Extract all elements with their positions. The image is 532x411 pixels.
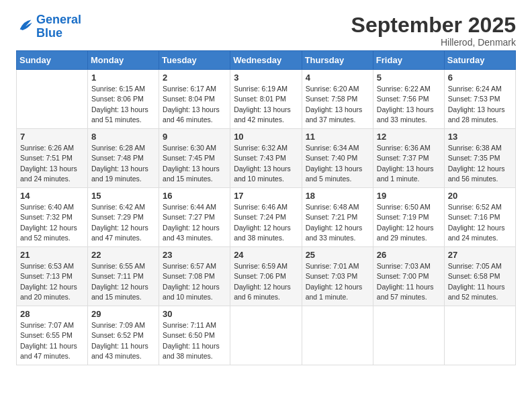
calendar-week-row: 14Sunrise: 6:40 AMSunset: 7:32 PMDayligh… — [17, 188, 516, 247]
calendar-cell: 9Sunrise: 6:30 AMSunset: 7:45 PMDaylight… — [159, 129, 230, 188]
calendar-table: SundayMondayTuesdayWednesdayThursdayFrid… — [16, 50, 516, 365]
day-number: 3 — [234, 73, 298, 83]
day-number: 1 — [91, 73, 155, 83]
day-number: 16 — [163, 191, 226, 201]
calendar-week-row: 7Sunrise: 6:26 AMSunset: 7:51 PMDaylight… — [17, 129, 516, 188]
calendar-cell: 12Sunrise: 6:36 AMSunset: 7:37 PMDayligh… — [373, 129, 444, 188]
day-number: 30 — [163, 309, 226, 319]
day-number: 12 — [377, 132, 441, 142]
logo-general: General — [36, 13, 81, 26]
calendar-cell: 6Sunrise: 6:24 AMSunset: 7:53 PMDaylight… — [444, 70, 515, 129]
day-number: 8 — [91, 132, 155, 142]
header-sunday: Sunday — [17, 51, 88, 70]
location: Hillerod, Denmark — [351, 37, 516, 48]
day-info: Sunrise: 6:40 AMSunset: 7:32 PMDaylight:… — [20, 202, 84, 243]
day-number: 20 — [448, 191, 512, 201]
day-number: 4 — [306, 73, 369, 83]
day-number: 9 — [163, 132, 226, 142]
day-info: Sunrise: 6:55 AMSunset: 7:11 PMDaylight:… — [91, 261, 155, 302]
calendar-cell — [373, 306, 444, 365]
day-number: 17 — [234, 191, 298, 201]
calendar-week-row: 21Sunrise: 6:53 AMSunset: 7:13 PMDayligh… — [17, 247, 516, 306]
day-info: Sunrise: 6:28 AMSunset: 7:48 PMDaylight:… — [91, 143, 155, 184]
logo-icon — [16, 16, 35, 35]
day-info: Sunrise: 7:07 AMSunset: 6:55 PMDaylight:… — [20, 320, 84, 361]
calendar-cell: 24Sunrise: 6:59 AMSunset: 7:06 PMDayligh… — [230, 247, 302, 306]
header-thursday: Thursday — [302, 51, 373, 70]
calendar-cell — [17, 70, 88, 129]
calendar-cell: 21Sunrise: 6:53 AMSunset: 7:13 PMDayligh… — [17, 247, 88, 306]
day-number: 23 — [163, 250, 226, 260]
calendar-cell: 20Sunrise: 6:52 AMSunset: 7:16 PMDayligh… — [444, 188, 515, 247]
calendar-cell: 5Sunrise: 6:22 AMSunset: 7:56 PMDaylight… — [373, 70, 444, 129]
day-number: 7 — [20, 132, 84, 142]
calendar-cell — [444, 306, 515, 365]
page-header: General Blue September 2025 Hillerod, De… — [16, 13, 516, 48]
day-info: Sunrise: 7:01 AMSunset: 7:03 PMDaylight:… — [306, 261, 369, 302]
header-friday: Friday — [373, 51, 444, 70]
day-number: 14 — [20, 191, 84, 201]
day-number: 19 — [377, 191, 441, 201]
month-title: September 2025 — [351, 13, 516, 37]
day-number: 25 — [306, 250, 369, 260]
calendar-cell: 8Sunrise: 6:28 AMSunset: 7:48 PMDaylight… — [88, 129, 159, 188]
calendar-cell: 22Sunrise: 6:55 AMSunset: 7:11 PMDayligh… — [88, 247, 159, 306]
day-number: 22 — [91, 250, 155, 260]
calendar-week-row: 1Sunrise: 6:15 AMSunset: 8:06 PMDaylight… — [17, 70, 516, 129]
day-info: Sunrise: 6:42 AMSunset: 7:29 PMDaylight:… — [91, 202, 155, 243]
day-info: Sunrise: 6:20 AMSunset: 7:58 PMDaylight:… — [306, 84, 369, 125]
calendar-cell: 16Sunrise: 6:44 AMSunset: 7:27 PMDayligh… — [159, 188, 230, 247]
day-number: 18 — [306, 191, 369, 201]
day-info: Sunrise: 6:48 AMSunset: 7:21 PMDaylight:… — [306, 202, 369, 243]
header-tuesday: Tuesday — [159, 51, 230, 70]
day-info: Sunrise: 6:36 AMSunset: 7:37 PMDaylight:… — [377, 143, 441, 184]
day-number: 21 — [20, 250, 84, 260]
calendar-cell: 2Sunrise: 6:17 AMSunset: 8:04 PMDaylight… — [159, 70, 230, 129]
day-info: Sunrise: 6:30 AMSunset: 7:45 PMDaylight:… — [163, 143, 226, 184]
calendar-cell: 15Sunrise: 6:42 AMSunset: 7:29 PMDayligh… — [88, 188, 159, 247]
calendar-cell: 7Sunrise: 6:26 AMSunset: 7:51 PMDaylight… — [17, 129, 88, 188]
calendar-cell: 1Sunrise: 6:15 AMSunset: 8:06 PMDaylight… — [88, 70, 159, 129]
day-info: Sunrise: 7:11 AMSunset: 6:50 PMDaylight:… — [163, 320, 226, 361]
day-info: Sunrise: 6:24 AMSunset: 7:53 PMDaylight:… — [448, 84, 512, 125]
day-info: Sunrise: 7:03 AMSunset: 7:00 PMDaylight:… — [377, 261, 441, 302]
calendar-cell: 17Sunrise: 6:46 AMSunset: 7:24 PMDayligh… — [230, 188, 302, 247]
day-info: Sunrise: 6:17 AMSunset: 8:04 PMDaylight:… — [163, 84, 226, 125]
header-saturday: Saturday — [444, 51, 515, 70]
calendar-cell: 19Sunrise: 6:50 AMSunset: 7:19 PMDayligh… — [373, 188, 444, 247]
logo-text: General Blue — [36, 13, 81, 40]
calendar-cell: 3Sunrise: 6:19 AMSunset: 8:01 PMDaylight… — [230, 70, 302, 129]
day-number: 13 — [448, 132, 512, 142]
day-info: Sunrise: 6:34 AMSunset: 7:40 PMDaylight:… — [306, 143, 369, 184]
logo: General Blue — [16, 13, 81, 40]
calendar-cell: 23Sunrise: 6:57 AMSunset: 7:08 PMDayligh… — [159, 247, 230, 306]
day-number: 11 — [306, 132, 369, 142]
calendar-cell: 13Sunrise: 6:38 AMSunset: 7:35 PMDayligh… — [444, 129, 515, 188]
calendar-cell — [302, 306, 373, 365]
header-wednesday: Wednesday — [230, 51, 302, 70]
title-block: September 2025 Hillerod, Denmark — [351, 13, 516, 48]
calendar-cell: 28Sunrise: 7:07 AMSunset: 6:55 PMDayligh… — [17, 306, 88, 365]
day-info: Sunrise: 6:46 AMSunset: 7:24 PMDaylight:… — [234, 202, 298, 243]
calendar-cell: 11Sunrise: 6:34 AMSunset: 7:40 PMDayligh… — [302, 129, 373, 188]
day-info: Sunrise: 6:59 AMSunset: 7:06 PMDaylight:… — [234, 261, 298, 302]
calendar-cell: 14Sunrise: 6:40 AMSunset: 7:32 PMDayligh… — [17, 188, 88, 247]
day-info: Sunrise: 6:22 AMSunset: 7:56 PMDaylight:… — [377, 84, 441, 125]
calendar-cell: 26Sunrise: 7:03 AMSunset: 7:00 PMDayligh… — [373, 247, 444, 306]
calendar-cell — [230, 306, 302, 365]
calendar-cell: 29Sunrise: 7:09 AMSunset: 6:52 PMDayligh… — [88, 306, 159, 365]
calendar-cell: 25Sunrise: 7:01 AMSunset: 7:03 PMDayligh… — [302, 247, 373, 306]
day-info: Sunrise: 6:50 AMSunset: 7:19 PMDaylight:… — [377, 202, 441, 243]
day-number: 28 — [20, 309, 84, 319]
day-info: Sunrise: 6:19 AMSunset: 8:01 PMDaylight:… — [234, 84, 298, 125]
header-monday: Monday — [88, 51, 159, 70]
day-info: Sunrise: 6:44 AMSunset: 7:27 PMDaylight:… — [163, 202, 226, 243]
day-info: Sunrise: 6:26 AMSunset: 7:51 PMDaylight:… — [20, 143, 84, 184]
calendar-cell: 30Sunrise: 7:11 AMSunset: 6:50 PMDayligh… — [159, 306, 230, 365]
day-info: Sunrise: 6:15 AMSunset: 8:06 PMDaylight:… — [91, 84, 155, 125]
day-number: 27 — [448, 250, 512, 260]
day-number: 24 — [234, 250, 298, 260]
day-info: Sunrise: 7:05 AMSunset: 6:58 PMDaylight:… — [448, 261, 512, 302]
calendar-cell: 27Sunrise: 7:05 AMSunset: 6:58 PMDayligh… — [444, 247, 515, 306]
day-number: 15 — [91, 191, 155, 201]
